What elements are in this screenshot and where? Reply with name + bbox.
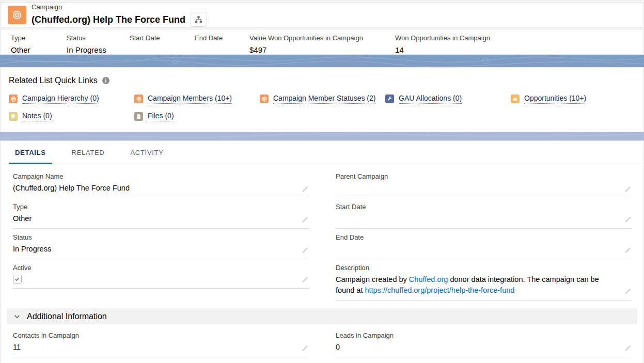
wave-pattern xyxy=(0,132,644,140)
field-contacts-in-campaign: Contacts in Campaign11 xyxy=(13,327,309,357)
field-leads-in-campaign: Leads in Campaign0 xyxy=(336,327,632,357)
highlight-label: Won Opportunities in Campaign xyxy=(395,34,490,42)
highlight-label: Value Won Opportunities in Campaign xyxy=(249,34,390,42)
edit-leads-in-campaign-button[interactable] xyxy=(624,344,632,352)
checkmark-icon xyxy=(14,276,20,282)
details-left-column: Campaign Name(Chuffed.org) Help The Forc… xyxy=(13,168,309,301)
quick-link-opportunities[interactable]: Opportunities (10+) xyxy=(524,94,586,104)
edit-pencil-icon xyxy=(624,346,632,354)
view-hierarchy-button[interactable] xyxy=(191,12,207,27)
details-right-column: Parent Campaign Start Date End Date Desc… xyxy=(336,168,632,301)
quick-link-campaign-hierarchy[interactable]: Campaign Hierarchy (0) xyxy=(22,94,99,104)
quick-link-campaign-members[interactable]: Campaign Members (10+) xyxy=(148,94,232,104)
description-link[interactable]: Chuffed.org xyxy=(409,275,448,283)
quick-link-campaign-member-statuses[interactable]: Campaign Member Statuses (2) xyxy=(273,94,375,104)
chevron-down-icon xyxy=(13,313,21,320)
quick-link-notes[interactable]: Notes (0) xyxy=(22,112,52,121)
edit-parent-campaign-button[interactable] xyxy=(624,185,632,193)
highlight-value: $497 xyxy=(249,45,390,54)
edit-type-button[interactable] xyxy=(301,216,309,224)
quick-link-gau-allocations[interactable]: GAU Allocations (0) xyxy=(399,94,462,104)
field-description: DescriptionCampaign created by Chuffed.o… xyxy=(336,259,632,301)
tab-details[interactable]: DETAILS xyxy=(9,141,52,164)
field-label: Description xyxy=(336,264,616,272)
tab-activity[interactable]: ACTIVITY xyxy=(124,141,169,164)
tab-related[interactable]: RELATED xyxy=(66,141,111,164)
highlight-field-type: TypeOther xyxy=(11,34,67,54)
highlight-field-won-opportunities-in-campaign: Won Opportunities in Campaign14 xyxy=(395,34,495,54)
field-end-date: End Date xyxy=(336,229,632,259)
quick-links-grid: Campaign Hierarchy (0)Campaign Members (… xyxy=(8,94,636,121)
highlight-label: Type xyxy=(11,34,61,42)
campaign-bullseye-icon xyxy=(8,6,26,24)
quick-link-files[interactable]: Files (0) xyxy=(148,112,174,121)
field-value: In Progress xyxy=(13,244,293,255)
edit-pencil-icon xyxy=(301,248,309,256)
note-icon xyxy=(9,112,18,121)
edit-pencil-icon xyxy=(624,248,632,256)
info-icon[interactable]: i xyxy=(102,77,109,84)
description-text: Campaign created by xyxy=(336,275,409,283)
field-value: 0 xyxy=(336,342,616,353)
record-header-text: Campaign (Chuffed.org) Help The Force Fu… xyxy=(32,3,207,27)
edit-contacts-in-campaign-button[interactable] xyxy=(301,344,309,352)
background-band xyxy=(0,55,644,67)
field-label: Parent Campaign xyxy=(336,172,616,181)
record-header: Campaign (Chuffed.org) Help The Force Fu… xyxy=(0,2,644,27)
field-label: End Date xyxy=(336,233,616,242)
field-parent-campaign: Parent Campaign xyxy=(336,168,632,198)
field-value: Campaign created by Chuffed.org donor da… xyxy=(336,274,616,296)
file-icon xyxy=(134,112,143,121)
field-value xyxy=(336,244,616,255)
record-tabs: DETAILSRELATEDACTIVITY xyxy=(1,141,643,164)
quick-link-item-files: Files (0) xyxy=(134,112,260,121)
edit-status-button[interactable] xyxy=(301,246,309,254)
highlight-label: Status xyxy=(67,34,124,42)
edit-pencil-icon xyxy=(624,289,632,297)
highlight-value: 14 xyxy=(395,45,490,54)
active-checkbox[interactable] xyxy=(13,275,22,283)
quick-link-item-campaign-member-statuses: Campaign Member Statuses (2) xyxy=(260,94,385,104)
quick-links-title: Related List Quick Links xyxy=(9,76,98,85)
field-label: Status xyxy=(13,233,293,242)
campaign-icon xyxy=(134,94,143,103)
record-detail-card: DETAILSRELATEDACTIVITY Campaign Name(Chu… xyxy=(0,140,644,363)
field-value: (Chuffed.org) Help The Force Fund xyxy=(13,183,293,194)
field-status: StatusIn Progress xyxy=(13,229,309,259)
highlight-value xyxy=(195,45,244,54)
additional-information-form: Contacts in Campaign11Responses in Campa… xyxy=(1,324,643,363)
field-label: Active xyxy=(13,264,293,272)
field-active: Active xyxy=(13,259,309,289)
field-type: TypeOther xyxy=(13,198,309,229)
field-label: Leads in Campaign xyxy=(336,332,616,340)
field-responses-in-campaign: Responses in Campaign11 xyxy=(13,357,309,363)
edit-pencil-icon xyxy=(301,346,309,354)
description-link[interactable]: https://chuffed.org/project/help-the-for… xyxy=(365,286,514,294)
highlight-field-end-date: End Date xyxy=(195,34,249,54)
wave-pattern xyxy=(0,55,644,67)
quick-link-item-campaign-hierarchy: Campaign Hierarchy (0) xyxy=(9,94,134,104)
edit-end-date-button[interactable] xyxy=(624,246,632,254)
page-title: (Chuffed.org) Help The Force Fund xyxy=(32,14,185,25)
edit-campaign-name-button[interactable] xyxy=(301,185,309,193)
entity-label: Campaign xyxy=(32,3,207,11)
additional-information-section-header[interactable]: Additional Information xyxy=(7,308,637,324)
field-campaign-name: Campaign Name(Chuffed.org) Help The Forc… xyxy=(13,168,309,198)
field-value xyxy=(336,183,616,194)
quick-link-item-notes: Notes (0) xyxy=(9,112,134,121)
opportunity-icon xyxy=(511,94,520,103)
edit-start-date-button[interactable] xyxy=(624,216,632,224)
edit-description-button[interactable] xyxy=(624,288,632,295)
wrench-icon xyxy=(385,94,394,103)
edit-pencil-icon xyxy=(624,217,632,225)
edit-pencil-icon xyxy=(301,187,309,195)
edit-pencil-icon xyxy=(301,277,309,285)
background-band xyxy=(0,132,644,140)
edit-active-button[interactable] xyxy=(301,276,309,283)
related-list-quick-links-card: Related List Quick Links i Campaign Hier… xyxy=(0,67,644,132)
quick-link-item-gau-allocations: GAU Allocations (0) xyxy=(385,94,511,104)
field-value: 11 xyxy=(13,342,293,353)
field-value xyxy=(336,213,616,224)
campaign-record-page: Campaign (Chuffed.org) Help The Force Fu… xyxy=(0,0,644,363)
edit-pencil-icon xyxy=(301,217,309,225)
